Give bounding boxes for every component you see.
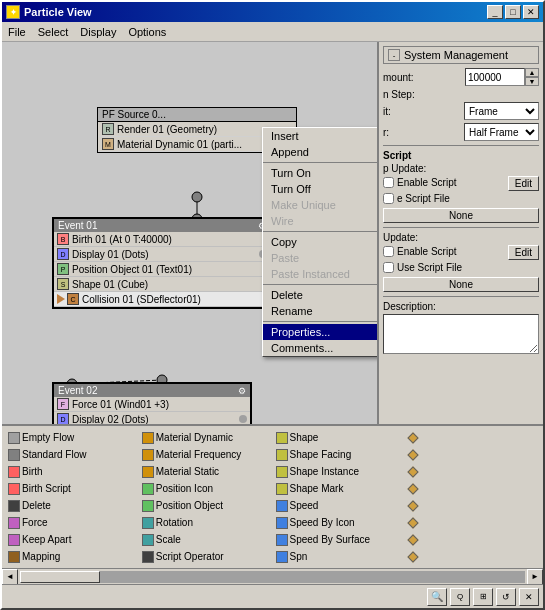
- empty-flow-icon: [8, 432, 20, 444]
- menu-select[interactable]: Select: [32, 24, 75, 39]
- edit-button1[interactable]: Edit: [508, 176, 539, 191]
- op-keep-apart[interactable]: Keep Apart: [5, 531, 139, 548]
- op-script-operator[interactable]: Script Operator: [139, 548, 273, 565]
- speed-by-icon-icon: [276, 517, 288, 529]
- op-d1[interactable]: [406, 429, 540, 446]
- use-script-checkbox[interactable]: [383, 262, 394, 273]
- op-d6[interactable]: [406, 514, 540, 531]
- op-spn[interactable]: Spn: [273, 548, 407, 565]
- op-force[interactable]: Force: [5, 514, 139, 531]
- op-material-static[interactable]: Material Static: [139, 463, 273, 480]
- none-button2[interactable]: None: [383, 277, 539, 292]
- material-label: Material Dynamic 01 (parti...: [117, 139, 242, 150]
- close-button[interactable]: ✕: [523, 5, 539, 19]
- op-speed-by-icon[interactable]: Speed By Icon: [273, 514, 407, 531]
- op-empty-flow[interactable]: Empty Flow: [5, 429, 139, 446]
- scroll-right-button[interactable]: ►: [527, 569, 543, 585]
- right-panel: - System Management mount: ▲ ▼ n Step:: [378, 42, 543, 424]
- shape-icon: S: [57, 278, 69, 290]
- op-d8[interactable]: [406, 548, 540, 565]
- scroll-thumb[interactable]: [20, 571, 100, 583]
- enable-script-checkbox1[interactable]: [383, 177, 394, 188]
- op-d4[interactable]: [406, 480, 540, 497]
- script-file-checkbox1[interactable]: [383, 193, 394, 204]
- cm-make-unique: Make Unique: [263, 197, 378, 213]
- event-birth-item[interactable]: B Birth 01 (At 0 T:40000): [54, 232, 270, 247]
- step-it-select[interactable]: Frame Tick: [464, 102, 539, 120]
- op-material-dynamic[interactable]: Material Dynamic: [139, 429, 273, 446]
- grid-button[interactable]: ⊞: [473, 588, 493, 606]
- op-delete[interactable]: Delete: [5, 497, 139, 514]
- amount-down-button[interactable]: ▼: [525, 77, 539, 86]
- event-shape-item[interactable]: S Shape 01 (Cube): [54, 277, 270, 292]
- op-rotation[interactable]: Rotation: [139, 514, 273, 531]
- cm-sep1: [263, 162, 378, 163]
- shape-facing-icon: [276, 449, 288, 461]
- canvas-area[interactable]: PF Source 0... R Render 01 (Geometry) M …: [2, 42, 378, 424]
- material-icon: M: [102, 138, 114, 150]
- amount-input[interactable]: [465, 68, 525, 86]
- op-birth[interactable]: Birth: [5, 463, 139, 480]
- rotation-icon: [142, 517, 154, 529]
- event-collision-item[interactable]: C Collision 01 (SDeflector01): [54, 292, 270, 307]
- op-d2[interactable]: [406, 446, 540, 463]
- close-view-button[interactable]: ✕: [519, 588, 539, 606]
- op-shape[interactable]: Shape: [273, 429, 407, 446]
- event-force-item[interactable]: F Force 01 (Wind01 +3): [54, 397, 250, 412]
- shape-op-icon: [276, 432, 288, 444]
- op-position-icon[interactable]: Position Icon: [139, 480, 273, 497]
- zoom-out-button[interactable]: 🔍: [427, 588, 447, 606]
- none-button1[interactable]: None: [383, 208, 539, 223]
- op-scale[interactable]: Scale: [139, 531, 273, 548]
- op-d5[interactable]: [406, 497, 540, 514]
- op-shape-facing[interactable]: Shape Facing: [273, 446, 407, 463]
- collapse-button[interactable]: -: [388, 49, 400, 61]
- description-textarea[interactable]: [383, 314, 539, 354]
- enable-script-checkbox2[interactable]: [383, 246, 394, 257]
- op-d3[interactable]: [406, 463, 540, 480]
- context-menu: Insert Append Turn On Turn Off Make Uniq…: [262, 127, 378, 357]
- op-shape-instance[interactable]: Shape Instance: [273, 463, 407, 480]
- op-mapping[interactable]: Mapping: [5, 548, 139, 565]
- op-standard-flow[interactable]: Standard Flow: [5, 446, 139, 463]
- event-display2-item[interactable]: D Display 02 (Dots): [54, 412, 250, 424]
- op-shape-mark[interactable]: Shape Mark: [273, 480, 407, 497]
- keep-apart-icon: [8, 534, 20, 546]
- zoom-in-button[interactable]: Q: [450, 588, 470, 606]
- scroll-track[interactable]: [20, 571, 525, 583]
- diamond2-icon: [408, 449, 419, 460]
- event-display-item[interactable]: D Display 01 (Dots): [54, 247, 270, 262]
- op-speed[interactable]: Speed: [273, 497, 407, 514]
- event-position-item[interactable]: P Position Object 01 (Text01): [54, 262, 270, 277]
- minimize-button[interactable]: _: [487, 5, 503, 19]
- cm-turn-off[interactable]: Turn Off: [263, 181, 378, 197]
- edit-button2[interactable]: Edit: [508, 245, 539, 260]
- cm-rename[interactable]: Rename: [263, 303, 378, 319]
- menu-file[interactable]: File: [2, 24, 32, 39]
- delete-op-icon: [8, 500, 20, 512]
- cm-comments[interactable]: Comments...: [263, 340, 378, 356]
- step-r-select[interactable]: Half Frame Frame: [464, 123, 539, 141]
- cm-turn-on[interactable]: Turn On: [263, 165, 378, 181]
- cm-copy[interactable]: Copy: [263, 234, 378, 250]
- op-speed-by-surface[interactable]: Speed By Surface: [273, 531, 407, 548]
- op-material-frequency[interactable]: Material Frequency: [139, 446, 273, 463]
- cm-delete[interactable]: Delete: [263, 287, 378, 303]
- scroll-left-button[interactable]: ◄: [2, 569, 18, 585]
- cm-properties[interactable]: Properties...: [263, 324, 378, 340]
- menu-display[interactable]: Display: [74, 24, 122, 39]
- cm-paste-label: Paste: [271, 252, 299, 264]
- window-title: Particle View: [24, 6, 92, 18]
- refresh-button[interactable]: ↺: [496, 588, 516, 606]
- cm-insert[interactable]: Insert: [263, 128, 378, 144]
- step-it-label: it:: [383, 106, 391, 117]
- op-position-object[interactable]: Position Object: [139, 497, 273, 514]
- amount-up-button[interactable]: ▲: [525, 68, 539, 77]
- cm-append[interactable]: Append: [263, 144, 378, 160]
- display2-icon: D: [57, 413, 69, 424]
- maximize-button[interactable]: □: [505, 5, 521, 19]
- menu-options[interactable]: Options: [122, 24, 172, 39]
- op-birth-script[interactable]: Birth Script: [5, 480, 139, 497]
- title-bar: ✦ Particle View _ □ ✕: [2, 2, 543, 22]
- op-d7[interactable]: [406, 531, 540, 548]
